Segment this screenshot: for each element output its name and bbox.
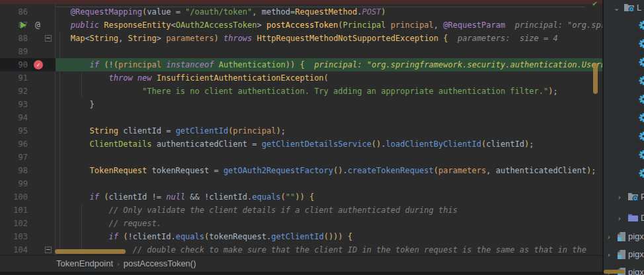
gear-icon xyxy=(638,75,644,89)
run-method-icon[interactable] xyxy=(20,22,26,28)
code-line-text[interactable]: if (!(principal instanceof Authenticatio… xyxy=(56,58,602,71)
tree-gear-row[interactable] xyxy=(604,56,644,68)
status-bar-edge xyxy=(0,272,602,275)
tree-node-label: D xyxy=(641,212,644,224)
code-line-text[interactable]: @RequestMapping(value = "/oauth/token", … xyxy=(56,5,386,19)
panel-horizontal-scrollbar-thumb[interactable] xyxy=(604,270,625,274)
breadcrumb-separator-icon: › xyxy=(117,260,120,268)
line-number: 88 xyxy=(0,32,28,45)
tree-node-row[interactable]: › D xyxy=(604,212,644,224)
horizontal-scrollbar-thumb[interactable] xyxy=(55,249,126,254)
code-line-text[interactable]: if (!clientId.equals(tokenRequest.getCli… xyxy=(56,230,352,243)
code-line[interactable]: 99 xyxy=(0,177,602,190)
svg-text:m: m xyxy=(618,235,622,242)
code-line[interactable]: 86 @RequestMapping(value = "/oauth/token… xyxy=(0,5,602,19)
code-line[interactable]: 96 ClientDetails authenticatedClient = g… xyxy=(0,138,602,151)
code-line-text[interactable]: // double check to make sure that the cl… xyxy=(56,243,586,255)
code-line-text[interactable]: "There is no client authentication. Try … xyxy=(56,85,558,98)
tree-gear-row[interactable] xyxy=(604,19,644,31)
breadcrumb-class[interactable]: TokenEndpoint xyxy=(56,258,113,268)
gear-icon xyxy=(638,57,644,71)
code-line[interactable]: 101 // Only validate the client details … xyxy=(0,204,602,217)
code-line[interactable]: 97 xyxy=(0,151,602,164)
inspections-ok-icon[interactable]: ✔ xyxy=(592,0,597,8)
code-line[interactable]: 98 TokenRequest tokenRequest = getOAuth2… xyxy=(0,164,602,177)
code-editor[interactable]: 86 @RequestMapping(value = "/oauth/token… xyxy=(0,0,602,255)
code-line-text[interactable]: TokenRequest tokenRequest = getOAuth2Req… xyxy=(56,164,596,177)
maven-module-icon: m xyxy=(617,249,626,263)
code-line-text[interactable]: // Only validate the client details if a… xyxy=(56,204,458,217)
code-line[interactable]: 94 xyxy=(0,111,602,124)
code-line-text[interactable]: throw new InsufficientAuthenticationExce… xyxy=(56,71,329,85)
code-line[interactable]: 92 "There is no client authentication. T… xyxy=(0,85,602,98)
code-line[interactable]: 102 // request. xyxy=(0,217,602,230)
code-line[interactable]: 90✓ if (!(principal instanceof Authentic… xyxy=(0,58,602,71)
code-line[interactable]: 103 if (!clientId.equals(tokenRequest.ge… xyxy=(0,230,602,243)
line-number: 100 xyxy=(0,190,28,204)
code-line[interactable]: 100 if (clientId != null && !clientId.eq… xyxy=(0,190,602,204)
line-number: 101 xyxy=(0,204,28,217)
line-number: 90 xyxy=(0,58,28,71)
code-line[interactable]: 89 xyxy=(0,45,602,58)
gear-icon xyxy=(638,94,644,108)
line-number: 91 xyxy=(0,71,28,85)
vertical-scrollbar-thumb[interactable] xyxy=(593,63,598,94)
line-number: 86 xyxy=(0,5,28,19)
folder-blue-icon xyxy=(627,213,639,226)
breadcrumb-method[interactable]: postAccessToken() xyxy=(124,258,196,268)
debugger-inline-hint: principal: "org.springframework.security… xyxy=(305,60,602,69)
line-number: 92 xyxy=(0,85,28,98)
code-line[interactable]: 87@ public ResponseEntity<OAuth2AccessTo… xyxy=(0,19,602,32)
code-line-text[interactable]: Map<String, String> parameters) throws H… xyxy=(56,32,558,45)
code-line-text[interactable]: } xyxy=(56,98,95,111)
breakpoint-line-sliver xyxy=(0,0,602,4)
tree-gear-row[interactable] xyxy=(604,93,644,105)
tree-gear-row[interactable] xyxy=(604,167,644,179)
line-number: 98 xyxy=(0,164,28,177)
debugger-inline-hint: parameters: size = 4 xyxy=(448,34,558,43)
tree-module-row[interactable]: › mpigx xyxy=(604,231,644,243)
svg-text:m: m xyxy=(618,253,622,260)
ide-window: 86 @RequestMapping(value = "/oauth/token… xyxy=(0,0,644,275)
tree-module-row[interactable]: › mpigx xyxy=(604,249,644,260)
chevron-right-icon[interactable]: › xyxy=(618,191,621,203)
chevron-right-icon[interactable]: › xyxy=(618,212,621,224)
line-number: 95 xyxy=(0,124,28,138)
tree-gear-row[interactable] xyxy=(604,38,644,50)
chevron-down-icon[interactable]: ⌄ xyxy=(614,2,620,14)
breakpoint-icon[interactable]: ✓ xyxy=(34,60,43,69)
code-line[interactable]: 88 Map<String, String> parameters) throw… xyxy=(0,32,602,45)
code-line-text[interactable]: // request. xyxy=(56,217,161,230)
chevron-right-icon[interactable]: › xyxy=(608,249,610,260)
line-number: 89 xyxy=(0,45,28,58)
debugger-inline-hint: principal: "org.spring xyxy=(505,20,602,30)
tree-module-label: pigx xyxy=(628,266,644,275)
code-line[interactable]: 95 String clientId = getClientId(princip… xyxy=(0,124,602,138)
code-line[interactable]: 93 } xyxy=(0,98,602,111)
line-number: 93 xyxy=(0,98,28,111)
project-tree-panel[interactable]: ⌄ L› P› D› mpigx› mpigx› mpigx xyxy=(602,0,644,275)
chevron-right-icon[interactable]: › xyxy=(608,231,610,243)
code-line-text[interactable]: if (clientId != null && !clientId.equals… xyxy=(56,190,314,204)
tree-module-label: pigx xyxy=(628,231,644,243)
tree-root-label: L xyxy=(637,2,641,14)
fold-toggle-icon[interactable] xyxy=(45,35,52,42)
tree-gear-row[interactable] xyxy=(604,75,644,87)
gear-icon xyxy=(638,20,644,34)
tree-gear-row[interactable] xyxy=(604,112,644,124)
code-line-text[interactable]: String clientId = getClientId(principal)… xyxy=(56,124,286,138)
code-line-text[interactable]: public ResponseEntity<OAuth2AccessToken>… xyxy=(56,19,602,32)
code-line-text[interactable]: ClientDetails authenticatedClient = getC… xyxy=(56,138,534,151)
line-number: 104 xyxy=(0,243,28,255)
tree-root-row[interactable]: ⌄ L xyxy=(604,2,644,14)
line-number: 94 xyxy=(0,111,28,124)
fold-toggle-icon[interactable] xyxy=(45,247,52,253)
maven-module-icon: m xyxy=(617,231,626,245)
tree-gear-row[interactable] xyxy=(604,130,644,142)
line-number: 99 xyxy=(0,177,28,190)
line-number: 97 xyxy=(0,151,28,164)
tree-gear-row[interactable] xyxy=(604,149,644,161)
code-line[interactable]: 91 throw new InsufficientAuthenticationE… xyxy=(0,71,602,85)
tree-node-row[interactable]: › P xyxy=(604,191,644,203)
gear-icon xyxy=(638,168,644,182)
